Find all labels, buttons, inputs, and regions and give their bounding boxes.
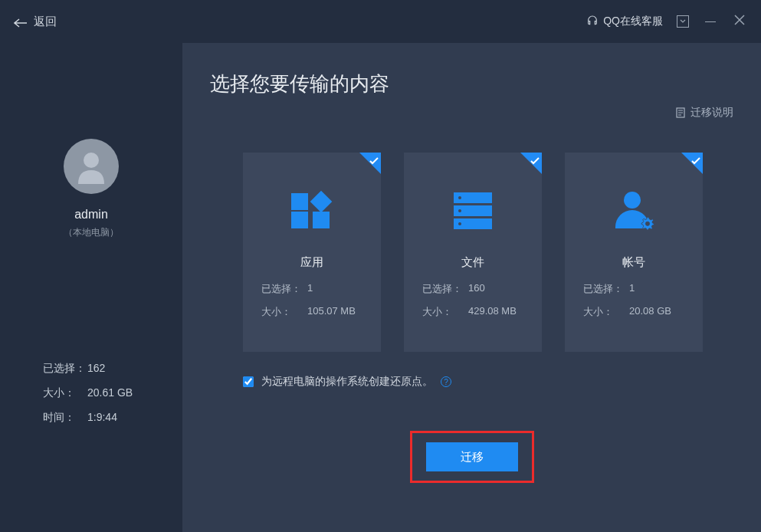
titlebar-right: QQ在线客服 bbox=[586, 14, 747, 29]
document-icon bbox=[675, 107, 686, 118]
back-button[interactable]: 返回 bbox=[14, 15, 57, 29]
avatar bbox=[64, 139, 119, 194]
chevron-down-icon bbox=[680, 19, 686, 24]
card-account[interactable]: 帐号 已选择： 1 大小： 20.08 GB bbox=[565, 153, 703, 352]
check-icon bbox=[530, 154, 540, 168]
user-location: （本地电脑） bbox=[64, 226, 119, 239]
card-title: 文件 bbox=[461, 255, 484, 270]
card-title: 应用 bbox=[300, 255, 323, 270]
card-title: 帐号 bbox=[622, 255, 645, 270]
close-button[interactable] bbox=[732, 14, 747, 29]
svg-point-0 bbox=[84, 153, 99, 168]
migration-help-link[interactable]: 迁移说明 bbox=[675, 106, 733, 120]
sidebar: admin （本地电脑） 已选择： 162 大小： 20.61 GB 时间： 1… bbox=[0, 43, 182, 532]
user-name: admin bbox=[74, 208, 108, 222]
back-arrow-icon bbox=[14, 17, 28, 26]
user-icon bbox=[72, 147, 110, 186]
sidebar-stats: 已选择： 162 大小： 20.61 GB 时间： 1:9:44 bbox=[0, 362, 182, 435]
restore-point-checkbox[interactable] bbox=[243, 376, 254, 387]
check-icon bbox=[369, 154, 379, 168]
account-icon bbox=[613, 180, 654, 241]
gear-icon bbox=[641, 216, 654, 230]
card-files[interactable]: 文件 已选择： 160 大小： 429.08 MB bbox=[404, 153, 542, 352]
content: admin （本地电脑） 已选择： 162 大小： 20.61 GB 时间： 1… bbox=[0, 43, 761, 532]
stat-time: 时间： 1:9:44 bbox=[43, 411, 139, 425]
main-panel: 选择您要传输的内容 迁移说明 bbox=[182, 43, 761, 532]
card-apps[interactable]: 应用 已选择： 1 大小： 105.07 MB bbox=[243, 153, 381, 352]
apps-icon bbox=[291, 180, 333, 241]
check-icon bbox=[691, 154, 700, 168]
page-title: 选择您要传输的内容 bbox=[210, 71, 733, 97]
minimize-button[interactable] bbox=[703, 14, 718, 29]
back-label: 返回 bbox=[34, 15, 57, 29]
stat-selected: 已选择： 162 bbox=[43, 362, 139, 376]
card-stats: 已选择： 1 大小： 20.08 GB bbox=[565, 282, 703, 328]
cards-container: 应用 已选择： 1 大小： 105.07 MB bbox=[243, 153, 733, 352]
migrate-button[interactable]: 迁移 bbox=[426, 442, 518, 471]
card-stats: 已选择： 160 大小： 429.08 MB bbox=[404, 282, 542, 328]
close-icon bbox=[734, 15, 745, 28]
dropdown-button[interactable] bbox=[677, 15, 689, 28]
minimize-icon bbox=[705, 21, 716, 22]
stat-size: 大小： 20.61 GB bbox=[43, 386, 139, 400]
restore-point-label: 为远程电脑的操作系统创建还原点。 bbox=[261, 375, 433, 389]
svg-point-2 bbox=[645, 222, 649, 225]
titlebar: 返回 QQ在线客服 bbox=[0, 0, 761, 43]
files-icon bbox=[454, 180, 492, 241]
support-link[interactable]: QQ在线客服 bbox=[586, 15, 663, 29]
support-label: QQ在线客服 bbox=[603, 15, 663, 28]
help-icon[interactable]: ? bbox=[441, 376, 451, 387]
card-stats: 已选择： 1 大小： 105.07 MB bbox=[243, 282, 381, 328]
headset-icon bbox=[586, 15, 599, 29]
highlight-border: 迁移 bbox=[410, 431, 534, 483]
action-area: 迁移 bbox=[210, 431, 733, 483]
restore-point-option: 为远程电脑的操作系统创建还原点。 ? bbox=[243, 375, 733, 389]
